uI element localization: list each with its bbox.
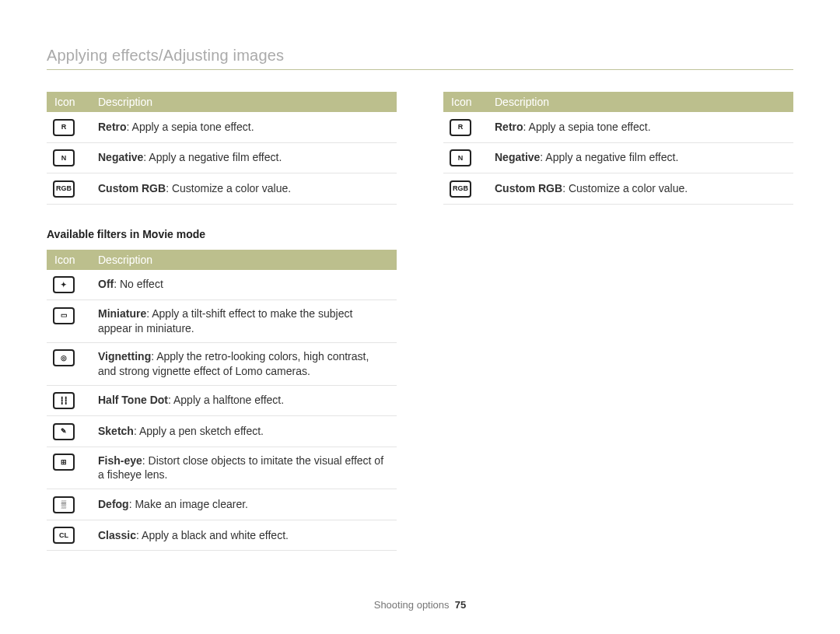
- term: Half Tone Dot: [98, 394, 168, 406]
- term: Custom RGB: [98, 182, 166, 194]
- miniature-icon: ▭: [53, 307, 75, 324]
- term: Classic: [98, 529, 136, 541]
- filters-table-left-top: Icon Description R Retro: Apply a sepia …: [47, 92, 397, 205]
- filters-table-right-top: Icon Description R Retro: Apply a sepia …: [443, 92, 793, 205]
- desc-cell: Retro: Apply a sepia tone effect.: [487, 112, 793, 142]
- content-columns: Icon Description R Retro: Apply a sepia …: [47, 92, 793, 574]
- th-desc: Description: [487, 92, 793, 112]
- table-row: RGB Custom RGB: Customize a color value.: [443, 173, 793, 205]
- term: Retro: [98, 121, 127, 133]
- halftone-icon: ┇┇: [53, 392, 75, 409]
- desc-cell: Vignetting: Apply the retro-looking colo…: [90, 342, 397, 385]
- rest: : Apply a sepia tone effect.: [127, 121, 254, 133]
- movie-mode-subheading: Available filters in Movie mode: [47, 228, 397, 240]
- th-icon: Icon: [47, 92, 90, 112]
- desc-cell: Custom RGB: Customize a color value.: [90, 173, 397, 205]
- rest: : No effect: [114, 278, 163, 290]
- table-row: ⊞ Fish-eye: Distort close objects to imi…: [47, 447, 397, 489]
- rest: : Apply a pen sketch effect.: [134, 425, 264, 437]
- custom-rgb-icon: RGB: [450, 180, 471, 198]
- negative-icon: N: [53, 149, 75, 166]
- page-footer: Shooting options 75: [0, 599, 840, 611]
- rest: : Apply a black and white effect.: [136, 529, 289, 541]
- th-desc: Description: [90, 92, 397, 112]
- desc-cell: Negative: Apply a negative film effect.: [90, 142, 397, 173]
- page-number: 75: [455, 599, 466, 611]
- desc-cell: Fish-eye: Distort close objects to imita…: [90, 447, 397, 489]
- table-row: ✎ Sketch: Apply a pen sketch effect.: [47, 416, 397, 447]
- table-row: ┇┇ Half Tone Dot: Apply a halftone effec…: [47, 385, 397, 416]
- rest: : Apply a sepia tone effect.: [523, 121, 651, 133]
- custom-rgb-icon: RGB: [53, 180, 75, 198]
- footer-label: Shooting options: [374, 599, 450, 611]
- term: Negative: [495, 151, 540, 163]
- term: Negative: [98, 151, 143, 163]
- rest: : Apply a negative film effect.: [540, 151, 678, 163]
- th-icon: Icon: [443, 92, 487, 112]
- term: Miniature: [98, 307, 146, 320]
- table-row: R Retro: Apply a sepia tone effect.: [443, 112, 793, 142]
- rest: : Customize a color value.: [562, 182, 688, 194]
- fisheye-icon: ⊞: [53, 454, 75, 471]
- desc-cell: Miniature: Apply a tilt-shift effect to …: [90, 300, 397, 343]
- off-icon: ✦: [53, 276, 75, 293]
- rest: : Apply a halftone effect.: [168, 394, 284, 406]
- table-row: N Negative: Apply a negative film effect…: [443, 142, 793, 173]
- desc-cell: Classic: Apply a black and white effect.: [90, 520, 397, 551]
- filters-table-movie-mode: Icon Description ✦ Off: No effect ▭ Mini…: [47, 250, 397, 552]
- table-row: N Negative: Apply a negative film effect…: [47, 142, 397, 173]
- table-row: CL Classic: Apply a black and white effe…: [47, 520, 397, 551]
- desc-cell: Sketch: Apply a pen sketch effect.: [90, 416, 397, 447]
- table-row: ▭ Miniature: Apply a tilt-shift effect t…: [47, 300, 397, 343]
- retro-icon: R: [450, 119, 471, 136]
- desc-cell: Half Tone Dot: Apply a halftone effect.: [90, 385, 397, 416]
- desc-cell: Negative: Apply a negative film effect.: [487, 142, 793, 173]
- page-title: Applying effects/Adjusting images: [47, 47, 793, 70]
- th-icon: Icon: [47, 250, 90, 270]
- term: Custom RGB: [495, 182, 562, 194]
- negative-icon: N: [450, 149, 471, 166]
- term: Retro: [495, 121, 523, 133]
- desc-cell: Custom RGB: Customize a color value.: [487, 173, 793, 205]
- term: Fish-eye: [98, 454, 142, 467]
- desc-cell: Defog: Make an image clearer.: [90, 489, 397, 520]
- sketch-icon: ✎: [53, 423, 75, 440]
- right-column: Icon Description R Retro: Apply a sepia …: [443, 92, 793, 574]
- desc-cell: Retro: Apply a sepia tone effect.: [90, 112, 397, 142]
- left-column: Icon Description R Retro: Apply a sepia …: [47, 92, 397, 574]
- desc-cell: Off: No effect: [90, 270, 397, 300]
- defog-icon: ▒: [53, 496, 75, 513]
- term: Defog: [98, 498, 129, 510]
- retro-icon: R: [53, 119, 75, 136]
- vignetting-icon: ◎: [53, 349, 75, 366]
- table-row: ✦ Off: No effect: [47, 270, 397, 300]
- term: Vignetting: [98, 350, 151, 363]
- rest: : Apply a negative film effect.: [143, 151, 282, 163]
- term: Off: [98, 278, 114, 290]
- table-row: RGB Custom RGB: Customize a color value.: [47, 173, 397, 205]
- table-row: R Retro: Apply a sepia tone effect.: [47, 112, 397, 142]
- table-row: ◎ Vignetting: Apply the retro-looking co…: [47, 342, 397, 385]
- classic-icon: CL: [53, 527, 75, 544]
- th-desc: Description: [90, 250, 397, 270]
- rest: : Make an image clearer.: [129, 498, 248, 510]
- table-row: ▒ Defog: Make an image clearer.: [47, 489, 397, 520]
- rest: : Customize a color value.: [166, 182, 291, 194]
- term: Sketch: [98, 425, 134, 437]
